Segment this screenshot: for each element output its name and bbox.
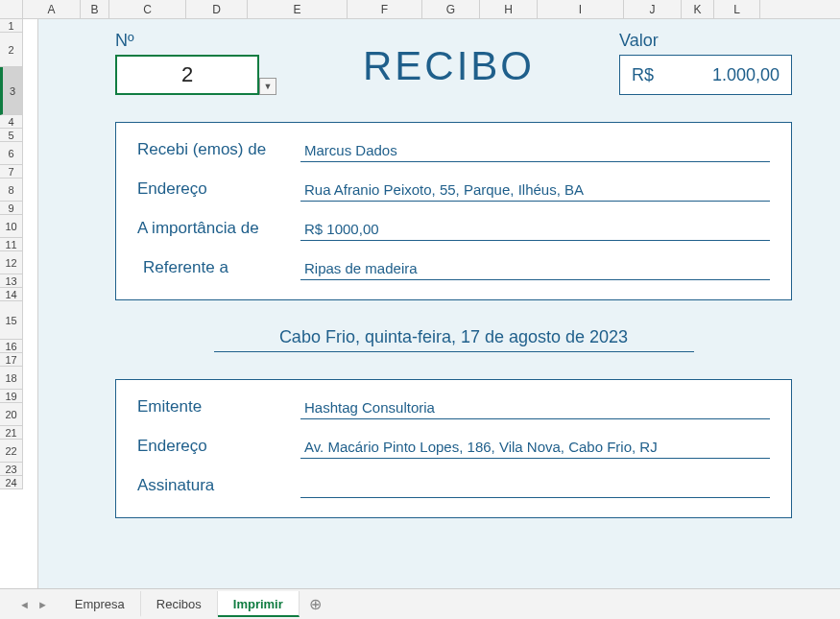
row-header[interactable]: 6	[0, 142, 22, 165]
label-emit-endereco: Endereço	[137, 437, 300, 459]
value-emitente[interactable]: Hashtag Consultoria	[300, 399, 770, 419]
new-sheet-button[interactable]: ⊕	[300, 591, 331, 617]
emitter-box: Emitente Hashtag Consultoria Endereço Av…	[115, 379, 792, 518]
row-header[interactable]: 24	[0, 476, 22, 489]
row-header[interactable]: 19	[0, 390, 22, 403]
tab-next-icon[interactable]: ►	[37, 599, 48, 610]
row-header[interactable]: 17	[0, 353, 22, 367]
label-referente: Referente a	[137, 258, 300, 280]
column-header[interactable]: H	[480, 0, 538, 18]
column-header[interactable]: G	[422, 0, 480, 18]
sheet-tab[interactable]: Empresa	[60, 591, 141, 617]
row-header[interactable]: 8	[0, 179, 22, 202]
label-endereco: Endereço	[137, 179, 300, 202]
column-header[interactable]: L	[714, 0, 760, 18]
row-header[interactable]: 23	[0, 463, 22, 476]
date-line[interactable]: Cabo Frio, quinta-feira, 17 de agosto de…	[214, 327, 694, 352]
row-assinatura: Assinatura	[137, 476, 770, 498]
select-all-corner[interactable]	[0, 0, 23, 18]
row-header[interactable]: 2	[0, 33, 22, 67]
value-recebi[interactable]: Marcus Dados	[300, 142, 770, 162]
receipt-header-row: Nº 2 ▼ RECIBO Valor R$ 1.000,00	[115, 31, 792, 95]
dropdown-button[interactable]: ▼	[259, 78, 276, 95]
row-referente: Referente a Ripas de madeira	[137, 258, 770, 280]
column-header[interactable]: A	[23, 0, 81, 18]
row-header[interactable]: 1	[0, 19, 22, 33]
value-emit-endereco[interactable]: Av. Macário Pinto Lopes, 186, Vila Nova,…	[300, 439, 770, 459]
row-emitente: Emitente Hashtag Consultoria	[137, 397, 770, 419]
row-header-column: 123456789101112131415161718192021222324	[0, 19, 23, 489]
number-block: Nº 2 ▼	[115, 31, 278, 95]
row-header[interactable]: 16	[0, 340, 22, 353]
row-importancia: A importância de R$ 1000,00	[137, 219, 770, 241]
value-amount: 1.000,00	[712, 65, 780, 85]
number-value: 2	[181, 62, 193, 87]
number-input-cell[interactable]: 2 ▼	[115, 55, 259, 95]
label-emitente: Emitente	[137, 397, 300, 419]
chevron-down-icon: ▼	[264, 82, 273, 91]
row-header[interactable]: 7	[0, 165, 22, 179]
row-header[interactable]: 15	[0, 301, 22, 340]
received-box: Recebi (emos) de Marcus Dados Endereço R…	[115, 122, 792, 300]
column-header[interactable]: I	[538, 0, 624, 18]
sheet-area[interactable]: Nº 2 ▼ RECIBO Valor R$ 1.000,00	[23, 19, 840, 588]
label-recebi: Recebi (emos) de	[137, 140, 300, 162]
row-header[interactable]: 3	[0, 67, 22, 115]
column-header[interactable]: F	[348, 0, 422, 18]
column-a-gutter	[23, 19, 38, 588]
row-header[interactable]: 22	[0, 440, 22, 463]
column-header-row: ABCDEFGHIJKL	[0, 0, 840, 19]
column-header[interactable]: E	[248, 0, 348, 18]
column-header[interactable]: B	[81, 0, 109, 18]
plus-circle-icon: ⊕	[309, 596, 322, 612]
value-currency: R$	[632, 65, 654, 85]
label-importancia: A importância de	[137, 219, 300, 241]
column-header[interactable]: D	[186, 0, 248, 18]
value-block: Valor R$ 1.000,00	[619, 31, 792, 95]
title-block: RECIBO	[307, 43, 590, 95]
row-header[interactable]: 11	[0, 238, 22, 251]
tab-nav: ◄ ►	[8, 599, 60, 610]
value-referente[interactable]: Ripas de madeira	[300, 260, 770, 280]
row-emit-endereco: Endereço Av. Macário Pinto Lopes, 186, V…	[137, 437, 770, 459]
row-header[interactable]: 5	[0, 129, 22, 142]
row-endereco: Endereço Rua Afranio Peixoto, 55, Parque…	[137, 179, 770, 202]
value-assinatura[interactable]	[300, 479, 770, 498]
row-header[interactable]: 21	[0, 426, 22, 440]
row-header[interactable]: 12	[0, 251, 22, 274]
value-label: Valor	[619, 31, 792, 51]
sheet-tab[interactable]: Recibos	[141, 591, 218, 617]
tab-prev-icon[interactable]: ◄	[19, 599, 30, 610]
number-label: Nº	[115, 31, 278, 51]
sheet-tab[interactable]: Imprimir	[218, 591, 300, 617]
row-header[interactable]: 20	[0, 403, 22, 426]
column-header[interactable]: K	[682, 0, 714, 18]
value-importancia[interactable]: R$ 1000,00	[300, 221, 770, 241]
row-header[interactable]: 13	[0, 274, 22, 288]
sheet-tab-bar: ◄ ► EmpresaRecibosImprimir ⊕	[0, 588, 840, 619]
row-header[interactable]: 14	[0, 288, 22, 301]
column-header[interactable]: J	[624, 0, 682, 18]
row-header[interactable]: 18	[0, 367, 22, 390]
column-header[interactable]: C	[109, 0, 186, 18]
value-endereco[interactable]: Rua Afranio Peixoto, 55, Parque, Ilhéus,…	[300, 181, 770, 202]
receipt-title: RECIBO	[307, 43, 590, 89]
tabs-container: EmpresaRecibosImprimir	[60, 591, 300, 617]
row-header[interactable]: 10	[0, 215, 22, 238]
label-assinatura: Assinatura	[137, 476, 300, 498]
receipt-form: Nº 2 ▼ RECIBO Valor R$ 1.000,00	[38, 19, 840, 518]
row-header[interactable]: 9	[0, 202, 22, 215]
row-recebi: Recebi (emos) de Marcus Dados	[137, 140, 770, 162]
row-header[interactable]: 4	[0, 115, 22, 129]
value-box: R$ 1.000,00	[619, 55, 792, 95]
